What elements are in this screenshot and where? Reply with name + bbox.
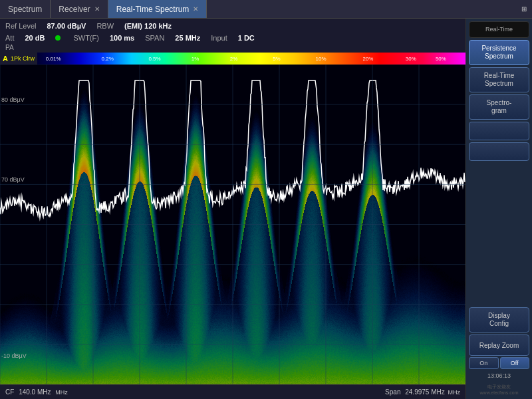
- span-display-value: 24.9975 MHz: [405, 388, 444, 396]
- sidebar-logo: 电子发烧友www.elecfans.com: [469, 382, 529, 396]
- sidebar-btn-realtime[interactable]: Real-TimeSpectrum: [469, 67, 529, 92]
- tab-bar: Spectrum Receiver ✕ Real-Time Spectrum ✕…: [0, 0, 532, 19]
- chart-wrapper[interactable]: 80 dBµV 70 dBµV -10 dBµV: [0, 65, 466, 384]
- sidebar: Real-Time PersistenceSpectrum Real-TimeS…: [466, 19, 532, 399]
- rbw-value: (EMI) 120 kHz: [124, 22, 172, 30]
- color-scale-label: A 1Pk Clrw: [0, 53, 37, 65]
- bottom-bar: CF 140.0 MHz MHz Span 24.9975 MHz MHz: [0, 384, 466, 399]
- sidebar-btn-spectrogram[interactable]: Spectro-gram: [469, 94, 529, 120]
- color-scale: A 1Pk Clrw 0.01% 0.2% 0.5% 1% 2% 5% 10% …: [0, 53, 466, 65]
- info-bar: Ref Level 87.00 dBµV RBW (EMI) 120 kHz A…: [0, 19, 466, 53]
- scale-tick-8: 30%: [406, 56, 416, 62]
- info-row1: Ref Level 87.00 dBµV RBW (EMI) 120 kHz: [5, 20, 460, 32]
- sidebar-btn-empty1[interactable]: [469, 122, 529, 140]
- cf-display: CF 140.0 MHz MHz: [5, 388, 68, 396]
- spectrum-chart[interactable]: [0, 65, 466, 384]
- replay-zoom-label: Replay Zoom: [469, 334, 529, 356]
- span-value: 25 MHz: [175, 34, 200, 42]
- replay-zoom-section: Replay Zoom On Off: [469, 334, 529, 369]
- replay-on-button[interactable]: On: [469, 357, 499, 369]
- scale-tick-3: 1%: [192, 56, 200, 62]
- cf-label: CF: [5, 388, 14, 396]
- sidebar-btn-empty2[interactable]: [469, 142, 529, 161]
- tab-receiver-close[interactable]: ✕: [94, 5, 100, 13]
- rbw-label: RBW: [96, 22, 114, 30]
- trace-mode: 1Pk Clrw: [11, 55, 35, 62]
- scale-tick-4: 2%: [230, 56, 238, 62]
- tab-receiver[interactable]: Receiver ✕: [51, 0, 108, 18]
- tab-realtime-close[interactable]: ✕: [193, 5, 198, 13]
- info-row2: Att 20 dB SWT(F) 100 ms SPAN 25 MHz Inpu…: [5, 32, 460, 44]
- sidebar-time: 13:06:13: [469, 371, 529, 380]
- sidebar-btn-persistence[interactable]: PersistenceSpectrum: [469, 40, 529, 65]
- span-display: Span 24.9975 MHz MHz: [385, 388, 460, 396]
- input-value: 1 DC: [238, 34, 255, 42]
- sidebar-btn-display-config[interactable]: DisplayConfig: [469, 307, 529, 332]
- color-gradient: 0.01% 0.2% 0.5% 1% 2% 5% 10% 20% 30% 50%: [37, 53, 466, 65]
- att-value: 20 dB: [25, 34, 45, 42]
- swt-label: SWT(F): [73, 34, 98, 42]
- replay-on-off: On Off: [469, 357, 529, 369]
- tab-receiver-label: Receiver: [59, 5, 90, 14]
- tab-realtime[interactable]: Real-Time Spectrum ✕: [108, 0, 207, 18]
- scale-tick-5: 5%: [273, 56, 281, 62]
- span-label: SPAN: [145, 34, 164, 42]
- cf-value: 140.0 MHz: [19, 388, 51, 396]
- trace-label: A: [3, 55, 8, 63]
- scale-tick-9: 50%: [436, 56, 446, 62]
- spectrum-area: Ref Level 87.00 dBµV RBW (EMI) 120 kHz A…: [0, 19, 466, 399]
- tab-spectrum-label: Spectrum: [8, 5, 42, 14]
- scale-tick-0: 0.01%: [46, 56, 61, 62]
- sidebar-spacer: [469, 163, 529, 305]
- pa-label: PA: [5, 44, 460, 51]
- input-label: Input: [211, 34, 227, 42]
- span-display-label: Span: [385, 388, 400, 396]
- scale-tick-7: 20%: [362, 56, 373, 62]
- sidebar-realtime-label: Real-Time: [469, 21, 529, 38]
- ref-level-label: Ref Level: [5, 22, 36, 30]
- ref-level-value: 87.00 dBµV: [47, 22, 86, 30]
- swt-indicator: [55, 35, 61, 41]
- scale-tick-1: 0.2%: [102, 56, 114, 62]
- tab-realtime-label: Real-Time Spectrum: [116, 5, 190, 14]
- scale-tick-6: 10%: [316, 56, 327, 62]
- scale-tick-2: 0.5%: [148, 56, 160, 62]
- att-label: Att: [5, 34, 14, 42]
- swt-value: 100 ms: [110, 34, 134, 42]
- tab-grid-button[interactable]: ⊞: [516, 3, 532, 15]
- main-area: Ref Level 87.00 dBµV RBW (EMI) 120 kHz A…: [0, 19, 532, 399]
- tab-spectrum[interactable]: Spectrum: [0, 0, 51, 18]
- replay-off-button[interactable]: Off: [500, 357, 530, 369]
